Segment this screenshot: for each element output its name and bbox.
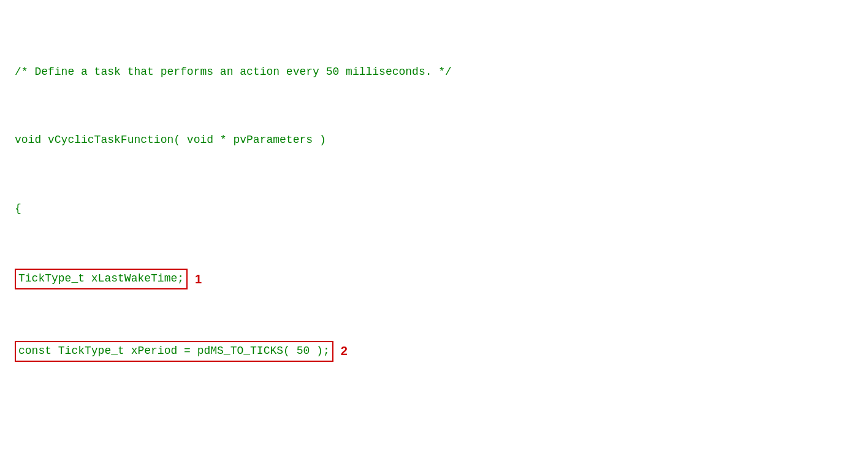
annotation-1: 1 (195, 270, 202, 289)
code-line-3: { (15, 201, 853, 218)
blank-line (15, 413, 853, 430)
highlighted-code-1: TickType_t xLastWakeTime; (15, 269, 188, 289)
highlighted-code-2: const TickType_t xPeriod = pdMS_TO_TICKS… (15, 341, 333, 362)
code-display: /* Define a task that performs an action… (15, 12, 853, 471)
code-line-5: const TickType_t xPeriod = pdMS_TO_TICKS… (15, 341, 853, 362)
code-line-1: /* Define a task that performs an action… (15, 64, 853, 81)
annotation-2: 2 (341, 342, 348, 361)
code-text: void vCyclicTaskFunction( void * pvParam… (15, 132, 326, 149)
code-text: { (15, 201, 21, 218)
code-line-4: TickType_t xLastWakeTime; 1 (15, 269, 853, 289)
code-line-2: void vCyclicTaskFunction( void * pvParam… (15, 132, 853, 149)
code-text: /* Define a task that performs an action… (15, 64, 452, 81)
